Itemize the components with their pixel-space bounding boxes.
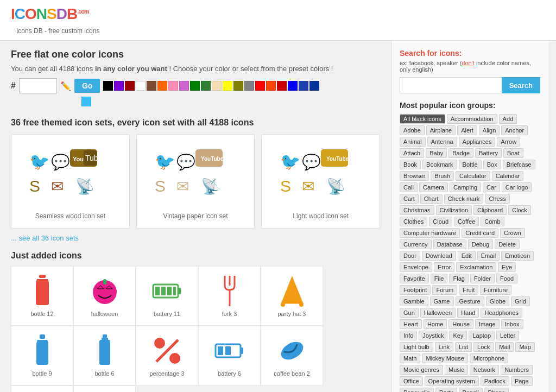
tag-item[interactable]: Furniture (480, 285, 511, 295)
tag-item[interactable]: Credit card (462, 228, 498, 238)
swatch-yellow[interactable] (223, 81, 232, 91)
tag-item[interactable]: Clothes (400, 217, 427, 226)
tag-item[interactable]: Office (400, 376, 423, 386)
tag-item[interactable]: Mail (495, 342, 514, 352)
tag-item[interactable]: Home (424, 319, 447, 329)
tag-item[interactable]: Heart (400, 319, 422, 329)
tag-item[interactable]: Book (400, 160, 421, 169)
tag-item[interactable]: Light bulb (400, 342, 433, 352)
tag-item[interactable]: Folder (470, 274, 495, 283)
tag-item[interactable]: List (455, 342, 472, 352)
tag-item[interactable]: Forum (432, 285, 457, 295)
tag-item[interactable]: Edit (458, 251, 476, 261)
tag-item[interactable]: Briefcase (503, 160, 535, 169)
tag-item[interactable]: All black icons (400, 114, 445, 124)
tag-item[interactable]: Currency (400, 239, 432, 249)
tag-item[interactable]: Laptop (469, 331, 495, 340)
tag-item[interactable]: Crown (500, 228, 525, 238)
tag-item[interactable]: Battery (475, 148, 502, 158)
tag-item[interactable]: Letter (496, 331, 519, 340)
tag-item[interactable]: Mickey Mouse (422, 353, 467, 363)
tag-item[interactable]: Arrow (497, 137, 520, 147)
list-item[interactable]: coffee bean 2 (261, 326, 323, 385)
swatch-darkred[interactable] (125, 81, 135, 91)
tag-item[interactable]: Appliances (459, 137, 496, 147)
swatch-darkblue[interactable] (299, 81, 308, 91)
tag-item[interactable]: Car logo (502, 182, 532, 192)
tag-item[interactable]: Brush (431, 171, 454, 181)
list-item[interactable]: percentage 3 (136, 326, 198, 385)
tag-item[interactable]: Boat (503, 148, 523, 158)
tag-item[interactable]: Page (511, 376, 533, 386)
icon-set-card[interactable]: 🐦 💬 YouTube S ✉ 📡 Vintage paper icon set (136, 134, 255, 229)
tag-item[interactable]: Call (400, 182, 418, 192)
logo[interactable]: ICONSDB.com (11, 5, 99, 23)
tag-item[interactable]: Microphone (470, 353, 508, 363)
swatch-brown[interactable] (147, 81, 156, 91)
tag-item[interactable]: Pencil (459, 388, 483, 392)
tag-item[interactable]: Key (449, 331, 467, 340)
icon-set-card[interactable]: 🐦 💬 You Tube S ✉ (11, 134, 130, 229)
tag-item[interactable]: Cart (400, 194, 419, 204)
tag-item[interactable]: Chess (485, 194, 509, 204)
tag-item[interactable]: Numbers (501, 365, 533, 375)
color-picker-button[interactable]: ✏️ (60, 81, 71, 91)
list-item[interactable]: halloween (73, 266, 136, 326)
tag-item[interactable]: Calculator (456, 171, 490, 181)
tag-item[interactable]: Joystick (419, 331, 447, 340)
tag-item[interactable]: Align (479, 125, 500, 135)
swatch-wheat[interactable] (212, 81, 222, 91)
list-item[interactable]: battery 6 (198, 326, 261, 385)
tag-item[interactable]: Link (435, 342, 453, 352)
tag-item[interactable]: Network (470, 365, 499, 375)
swatch-violet[interactable] (179, 81, 189, 91)
tag-item[interactable]: Hand (457, 308, 479, 318)
swatch-orangered[interactable] (266, 81, 276, 91)
tag-item[interactable]: Add (499, 114, 517, 124)
tag-item[interactable]: Food (496, 274, 517, 283)
list-item[interactable]: car key (73, 385, 136, 392)
tag-item[interactable]: Database (433, 239, 466, 249)
tag-item[interactable]: Civilization (436, 205, 472, 215)
icon-set-card[interactable]: 🐦 💬 YouTube S ✉ 📡 Light wood icon set (261, 134, 380, 229)
swatch-white[interactable] (136, 81, 146, 91)
tag-item[interactable]: Browser (400, 171, 429, 181)
tag-item[interactable]: Envelope (400, 262, 432, 272)
tag-item[interactable]: Bookmark (422, 160, 457, 169)
tag-item[interactable]: Debug (468, 239, 493, 249)
swatch-lightblue[interactable] (81, 97, 91, 106)
tag-item[interactable]: Music (445, 365, 468, 375)
tag-item[interactable]: Badge (448, 148, 473, 158)
swatch-purple[interactable] (114, 81, 124, 91)
list-item[interactable]: star 19 (11, 385, 73, 392)
tag-item[interactable]: Gun (400, 308, 419, 318)
tag-item[interactable]: Fruit (459, 285, 478, 295)
tag-item[interactable]: Email (477, 251, 500, 261)
tag-item[interactable]: Baby (426, 148, 447, 158)
tag-item[interactable]: Paper clip (400, 388, 434, 392)
tag-item[interactable]: Image (475, 319, 500, 329)
tag-item[interactable]: Gamble (400, 296, 428, 306)
dont-link[interactable]: don't (462, 60, 475, 66)
search-input[interactable] (400, 77, 502, 93)
tag-item[interactable]: Lock (473, 342, 494, 352)
swatch-olive[interactable] (233, 81, 243, 91)
tag-item[interactable]: Comb (481, 217, 504, 226)
list-item[interactable]: bottle 12 (11, 266, 73, 326)
tag-item[interactable]: Calendar (492, 171, 524, 181)
tag-item[interactable]: Clock (508, 205, 531, 215)
tag-item[interactable]: Box (483, 160, 501, 169)
hex-input[interactable] (19, 78, 57, 93)
tag-item[interactable]: Grid (511, 296, 530, 306)
tag-item[interactable]: Gesture (456, 296, 484, 306)
search-button[interactable]: Search (502, 77, 540, 93)
tag-item[interactable]: Anchor (501, 125, 528, 135)
tag-item[interactable]: Clipboard (473, 205, 507, 215)
tag-item[interactable]: Camera (419, 182, 448, 192)
list-item[interactable]: party hat 3 (261, 266, 323, 326)
tag-item[interactable]: Flag (449, 274, 468, 283)
see-all-link[interactable]: ... see all 36 icon sets (11, 234, 79, 242)
tag-item[interactable]: Emoticon (501, 251, 534, 261)
tag-item[interactable]: File (431, 274, 448, 283)
swatch-darkgreen[interactable] (201, 81, 211, 91)
